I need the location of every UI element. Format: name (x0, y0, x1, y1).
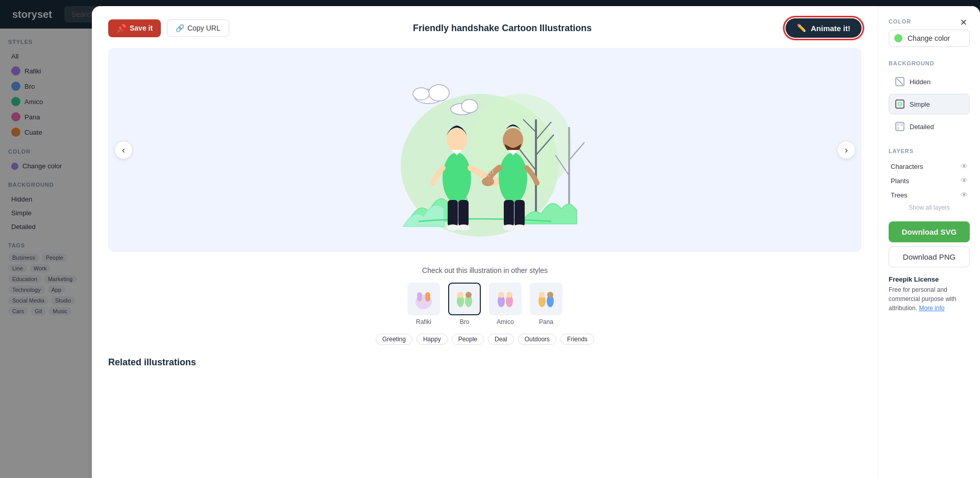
svg-point-6 (461, 99, 478, 113)
style-thumb-rafiki[interactable]: Rafiki (407, 283, 440, 325)
svg-point-53 (898, 102, 902, 106)
animate-button-wrapper: ✏️ Animate it! (786, 18, 862, 38)
illustration-container: ‹ (108, 48, 862, 252)
pin-icon: 📌 (116, 23, 127, 33)
svg-rect-18 (448, 200, 458, 227)
pana-svg (533, 286, 559, 312)
svg-point-48 (539, 292, 545, 298)
bg-detailed-label: Detailed (910, 123, 934, 131)
bro-svg (451, 286, 478, 312)
svg-point-28 (513, 224, 526, 231)
bro-thumb-img (448, 283, 481, 315)
rafiki-label: Rafiki (416, 318, 431, 325)
eye-icon-plants[interactable]: 👁 (961, 177, 968, 185)
license-text: Free for personal and commercial purpose… (889, 285, 970, 313)
save-button[interactable]: 📌 Save it (108, 19, 161, 37)
tag-happy[interactable]: Happy (416, 334, 448, 345)
tag-friends[interactable]: Friends (560, 334, 594, 345)
animate-label: Animate it! (811, 24, 850, 33)
download-png-button[interactable]: Download PNG (889, 246, 970, 267)
license-title: Freepik License (889, 275, 970, 283)
right-panel: COLOR Change color BACKGROUND Hidden Sim… (878, 6, 980, 478)
svg-rect-25 (504, 200, 514, 227)
other-styles-title: Check out this illustration in other sty… (108, 266, 862, 274)
svg-line-51 (897, 79, 903, 85)
svg-rect-55 (897, 123, 899, 126)
copy-url-button[interactable]: 🔗 Copy URL (167, 19, 229, 37)
animate-icon: ✏️ (797, 23, 806, 33)
modal-title: Friendly handshake Cartoon Illustrations (229, 23, 776, 34)
change-color-label: Change color (908, 34, 950, 42)
eye-icon-characters[interactable]: 👁 (961, 162, 968, 170)
style-thumb-pana[interactable]: Pana (530, 283, 562, 325)
animate-button[interactable]: ✏️ Animate it! (786, 18, 862, 38)
svg-point-22 (499, 153, 527, 204)
modal-close-button[interactable]: × (955, 14, 972, 31)
amico-thumb-img (489, 283, 522, 315)
svg-point-4 (413, 88, 429, 100)
link-icon: 🔗 (176, 24, 184, 32)
illustration-svg (378, 53, 592, 247)
rafiki-svg (410, 286, 437, 312)
bro-label: Bro (460, 318, 470, 325)
style-thumb-bro[interactable]: Bro (448, 283, 481, 325)
copy-url-label: Copy URL (187, 24, 220, 32)
panel-background-title: BACKGROUND (889, 60, 970, 66)
pana-thumb-img (530, 283, 562, 315)
svg-point-20 (447, 224, 459, 231)
svg-rect-57 (897, 127, 899, 130)
bg-detailed-option[interactable]: Detailed (889, 116, 970, 137)
amico-svg (492, 286, 519, 312)
bg-simple-label: Simple (910, 100, 930, 108)
layer-plants[interactable]: Plants 👁 (889, 173, 970, 188)
prev-arrow-button[interactable]: ‹ (114, 141, 133, 159)
modal-action-bar: 📌 Save it 🔗 Copy URL (108, 19, 229, 37)
svg-line-31 (493, 169, 493, 173)
next-arrow-button[interactable]: › (837, 141, 855, 159)
svg-point-45 (506, 292, 512, 298)
related-title: Related illustrations (108, 357, 862, 368)
svg-point-27 (503, 224, 515, 231)
tags-row: Greeting Happy People Deal Outdoors Frie… (108, 334, 862, 345)
svg-point-36 (425, 292, 430, 297)
svg-point-15 (443, 153, 471, 204)
bg-simple-option[interactable]: Simple (889, 94, 970, 114)
tag-people[interactable]: People (452, 334, 484, 345)
eye-icon-trees[interactable]: 👁 (961, 191, 968, 199)
style-thumb-amico[interactable]: Amico (489, 283, 522, 325)
svg-point-39 (457, 292, 463, 298)
bg-hidden-icon (894, 76, 905, 87)
tag-outdoors[interactable]: Outdoors (518, 334, 556, 345)
svg-rect-19 (458, 200, 469, 227)
tag-greeting[interactable]: Greeting (376, 334, 412, 345)
layer-plants-label: Plants (891, 177, 909, 185)
svg-point-3 (429, 85, 449, 101)
svg-rect-56 (900, 123, 903, 126)
more-info-link[interactable]: More info (919, 305, 944, 312)
bg-simple-icon (894, 98, 905, 110)
color-circle-icon (894, 34, 902, 42)
amico-label: Amico (497, 318, 513, 325)
svg-rect-26 (514, 200, 525, 227)
svg-point-35 (417, 292, 422, 297)
svg-point-16 (447, 128, 467, 152)
tag-deal[interactable]: Deal (488, 334, 514, 345)
layer-characters[interactable]: Characters 👁 (889, 159, 970, 173)
modal-header-row: 📌 Save it 🔗 Copy URL Friendly handshake … (108, 18, 862, 38)
style-thumbs-list: Rafiki Bro (108, 283, 862, 325)
layer-trees[interactable]: Trees 👁 (889, 188, 970, 202)
svg-point-21 (457, 224, 470, 231)
save-label: Save it (130, 24, 153, 32)
layer-characters-label: Characters (891, 163, 923, 170)
change-color-button[interactable]: Change color (889, 30, 970, 47)
bg-detailed-icon (894, 121, 905, 132)
download-svg-button[interactable]: Download SVG (889, 221, 970, 242)
show-all-layers[interactable]: Show all layers (889, 204, 970, 211)
rafiki-thumb-img (407, 283, 440, 315)
modal-main: 📌 Save it 🔗 Copy URL Friendly handshake … (92, 6, 878, 478)
bg-hidden-option[interactable]: Hidden (889, 71, 970, 92)
bg-hidden-label: Hidden (910, 78, 930, 86)
panel-layers-title: LAYERS (889, 148, 970, 154)
pana-label: Pana (539, 318, 553, 325)
svg-point-40 (465, 292, 472, 298)
